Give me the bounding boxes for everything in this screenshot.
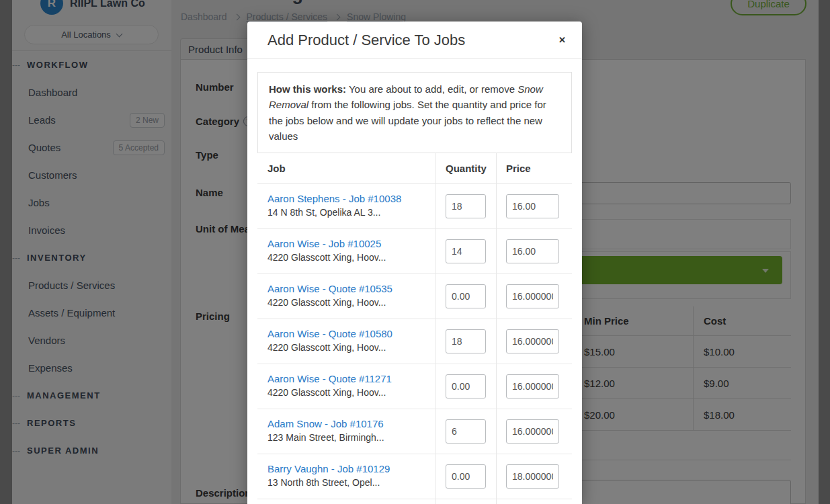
job-address: 4220 Glasscott Xing, Hoov... xyxy=(267,342,429,353)
price-input[interactable] xyxy=(506,194,559,218)
job-address: 14 N 8th St, Opelika AL 3... xyxy=(267,207,429,218)
table-row: Aaron Wise - Quote #10535 4220 Glasscott… xyxy=(257,274,572,319)
table-row: Adam Snow - Job #10176 123 Main Street, … xyxy=(257,409,572,454)
job-link[interactable]: Adam Snow - Job #10176 xyxy=(267,418,429,429)
quantity-cell xyxy=(435,364,496,409)
quantity-cell xyxy=(435,499,496,504)
quantity-cell xyxy=(435,274,496,319)
quantity-cell xyxy=(435,454,496,499)
quantity-input[interactable] xyxy=(446,239,486,263)
modal-title: Add Product / Service To Jobs xyxy=(267,32,556,49)
price-cell xyxy=(496,319,572,364)
job-link[interactable]: Aaron Wise - Quote #10580 xyxy=(267,328,429,339)
table-row: Aaron Wise - Quote #11271 4220 Glasscott… xyxy=(257,364,572,409)
jobs-col-job: Job xyxy=(257,153,435,183)
job-link[interactable]: Aaron Wise - Job #10025 xyxy=(267,238,429,249)
quantity-input[interactable] xyxy=(446,464,486,489)
job-cell: Barry Vaughn - Job #10129 13 North 8th S… xyxy=(257,454,435,499)
jobs-table-header: Job Quantity Price xyxy=(257,153,572,183)
job-cell: Barry Vaughn - Quote #10691 13 North 8th… xyxy=(257,499,435,504)
modal-header: Add Product / Service To Jobs ✕ xyxy=(247,22,582,59)
table-row: Aaron Wise - Quote #10580 4220 Glasscott… xyxy=(257,319,572,364)
job-link[interactable]: Aaron Wise - Quote #11271 xyxy=(267,373,429,384)
quantity-input[interactable] xyxy=(446,194,486,218)
table-row: Aaron Stephens - Job #10038 14 N 8th St,… xyxy=(257,183,572,228)
note-bold-text: How this works: xyxy=(269,83,346,95)
job-address: 123 Main Street, Birmingh... xyxy=(267,432,429,443)
price-cell xyxy=(496,228,572,274)
quantity-input[interactable] xyxy=(446,374,486,398)
price-input[interactable] xyxy=(506,419,559,444)
job-address: 4220 Glasscott Xing, Hoov... xyxy=(267,297,429,308)
jobs-col-quantity: Quantity xyxy=(435,153,496,183)
price-input[interactable] xyxy=(506,374,559,398)
table-row: Barry Vaughn - Job #10129 13 North 8th S… xyxy=(257,454,572,499)
job-link[interactable]: Aaron Stephens - Job #10038 xyxy=(267,193,429,204)
job-cell: Aaron Wise - Quote #10580 4220 Glasscott… xyxy=(257,319,435,364)
price-input[interactable] xyxy=(506,464,559,489)
price-input[interactable] xyxy=(506,284,559,308)
jobs-col-price: Price xyxy=(496,153,572,183)
job-cell: Adam Snow - Job #10176 123 Main Street, … xyxy=(257,409,435,454)
table-row: Aaron Wise - Job #10025 4220 Glasscott X… xyxy=(257,228,572,274)
job-cell: Aaron Wise - Quote #11271 4220 Glasscott… xyxy=(257,364,435,409)
job-cell: Aaron Stephens - Job #10038 14 N 8th St,… xyxy=(257,183,435,228)
add-product-service-modal: Add Product / Service To Jobs ✕ How this… xyxy=(247,22,582,504)
job-address: 4220 Glasscott Xing, Hoov... xyxy=(267,252,429,263)
quantity-input[interactable] xyxy=(446,419,486,444)
job-cell: Aaron Wise - Job #10025 4220 Glasscott X… xyxy=(257,228,435,274)
price-cell xyxy=(496,454,572,499)
job-cell: Aaron Wise - Quote #10535 4220 Glasscott… xyxy=(257,274,435,319)
close-icon[interactable]: ✕ xyxy=(556,32,569,48)
jobs-table: Job Quantity Price Aaron Stephens - Job … xyxy=(257,153,572,504)
quantity-input[interactable] xyxy=(446,329,486,353)
note-text: You are about to add, edit, or remove xyxy=(346,83,517,95)
quantity-cell xyxy=(435,409,496,454)
quantity-cell xyxy=(435,183,496,228)
price-cell xyxy=(496,274,572,319)
job-address: 4220 Glasscott Xing, Hoov... xyxy=(267,387,429,398)
price-input[interactable] xyxy=(506,329,559,353)
quantity-input[interactable] xyxy=(446,284,486,308)
price-input[interactable] xyxy=(506,239,559,263)
price-cell xyxy=(496,409,572,454)
quantity-cell xyxy=(435,228,496,274)
note-text: from the following jobs. Set the quantit… xyxy=(269,99,546,142)
price-cell xyxy=(496,364,572,409)
table-row: Barry Vaughn - Quote #10691 13 North 8th… xyxy=(257,499,572,504)
job-link[interactable]: Aaron Wise - Quote #10535 xyxy=(267,283,429,294)
screen: R RIIPL Lawn Co All Locations WORKFLOW D… xyxy=(0,0,830,504)
price-cell xyxy=(496,183,572,228)
how-this-works-note: How this works: You are about to add, ed… xyxy=(257,72,572,153)
modal-body: How this works: You are about to add, ed… xyxy=(247,59,582,504)
quantity-cell xyxy=(435,319,496,364)
job-link[interactable]: Barry Vaughn - Job #10129 xyxy=(267,463,429,474)
price-cell xyxy=(496,499,572,504)
job-address: 13 North 8th Street, Opel... xyxy=(267,477,429,488)
